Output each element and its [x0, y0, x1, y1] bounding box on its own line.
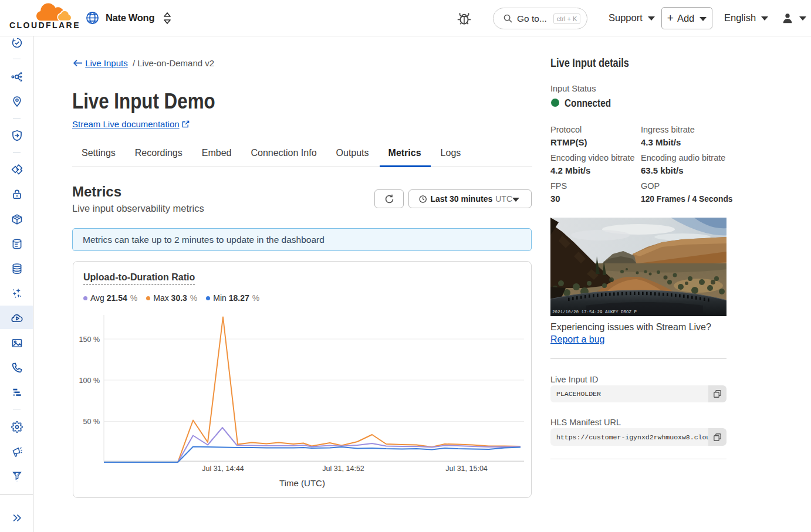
svg-text:Jul 31, 15:04: Jul 31, 15:04 — [445, 465, 488, 473]
svg-text:50 %: 50 % — [83, 418, 100, 426]
svg-text:100 %: 100 % — [79, 377, 100, 385]
svg-text:Jul 31, 14:44: Jul 31, 14:44 — [202, 465, 244, 473]
svg-text:150 %: 150 % — [79, 336, 100, 344]
svg-text:Time (UTC): Time (UTC) — [279, 478, 325, 488]
svg-text:2021/10/20 17:54:29 AUKEY DROZ: 2021/10/20 17:54:29 AUKEY DROZ P — [552, 310, 637, 314]
svg-text:Jul 31, 14:52: Jul 31, 14:52 — [322, 465, 364, 473]
